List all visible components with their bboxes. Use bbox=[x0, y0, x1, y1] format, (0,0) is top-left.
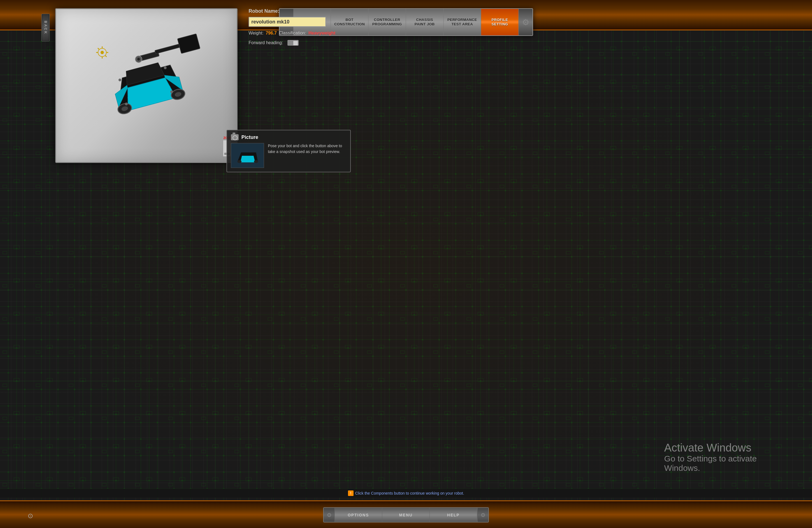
bottom-nav-options[interactable]: OPTIONS bbox=[335, 508, 382, 522]
nav-gear-right-icon: ⚙ bbox=[519, 9, 533, 35]
bottom-nav-help-label: HELP bbox=[447, 513, 460, 517]
svg-line-41 bbox=[98, 48, 99, 49]
classification-value: Heavyweight bbox=[308, 31, 336, 35]
bottom-indicator: ⊙ bbox=[28, 512, 33, 520]
viewport-panel[interactable]: ZOOM bbox=[55, 8, 237, 163]
status-icon: ! bbox=[348, 490, 353, 496]
tab-profile-setting[interactable]: PROFILESETTING bbox=[481, 9, 519, 35]
bottom-nav-menu-label: MENU bbox=[399, 513, 412, 517]
svg-rect-21 bbox=[155, 43, 183, 54]
back-label: BACK bbox=[44, 21, 47, 35]
settings-panel: Robot Name: Weight: 796.7 Classification… bbox=[249, 8, 387, 51]
camera-icon bbox=[231, 134, 238, 140]
status-bar: ! Click the Components button to continu… bbox=[0, 489, 812, 498]
back-button[interactable]: BACK bbox=[41, 14, 50, 41]
svg-point-31 bbox=[118, 78, 121, 82]
bottom-nav-gear-left: ⚙ bbox=[324, 508, 335, 522]
classification-label: Classification: bbox=[279, 31, 306, 35]
bottom-nav-menu[interactable]: MENU bbox=[382, 508, 430, 522]
activate-windows-watermark: Activate Windows Go to Settings to activ… bbox=[664, 442, 757, 473]
picture-title: Picture bbox=[242, 134, 258, 140]
heading-label: Forward heading: bbox=[249, 40, 283, 45]
tab-chassis-paint-job-label: CHASSISPAINT JOB bbox=[415, 18, 435, 26]
heading-row: Forward heading: bbox=[249, 40, 387, 46]
tab-chassis-paint-job[interactable]: CHASSISPAINT JOB bbox=[406, 9, 444, 35]
tab-performance-test-area[interactable]: PERFORMANCETEST AREA bbox=[444, 9, 481, 35]
robot-name-label: Robot Name: bbox=[249, 8, 387, 14]
viewport-inner: ZOOM bbox=[56, 9, 237, 162]
picture-description: Pose your bot and click the button above… bbox=[268, 143, 346, 155]
activate-windows-title: Activate Windows bbox=[664, 442, 757, 454]
robot-preview bbox=[77, 30, 215, 141]
heading-toggle[interactable] bbox=[288, 40, 299, 46]
robot-name-input[interactable] bbox=[249, 17, 326, 27]
tab-performance-test-area-label: PERFORMANCETEST AREA bbox=[447, 18, 477, 26]
svg-rect-22 bbox=[178, 34, 200, 53]
weight-value: 796.7 bbox=[266, 31, 277, 35]
tab-profile-setting-label: PROFILESETTING bbox=[492, 18, 508, 26]
stats-row: Weight: 796.7 Classification: Heavyweigh… bbox=[249, 31, 387, 35]
bottom-nav-gear-right: ⚙ bbox=[477, 508, 488, 522]
svg-point-46 bbox=[237, 160, 242, 163]
picture-header: Picture bbox=[231, 134, 346, 140]
svg-point-36 bbox=[101, 51, 104, 54]
svg-point-47 bbox=[254, 160, 258, 163]
picture-thumbnail[interactable] bbox=[231, 143, 264, 168]
svg-marker-45 bbox=[240, 156, 255, 162]
bottom-nav: ⚙ OPTIONS MENU HELP ⚙ bbox=[323, 507, 489, 523]
activate-windows-subtitle: Go to Settings to activateWindows. bbox=[664, 454, 757, 473]
picture-body: Pose your bot and click the button above… bbox=[231, 143, 346, 168]
bottom-nav-options-label: OPTIONS bbox=[348, 513, 369, 517]
picture-panel: Picture Pose your bot and click the butt… bbox=[227, 130, 351, 172]
status-message: Click the Components button to continue … bbox=[355, 491, 464, 495]
weight-label: Weight: bbox=[249, 31, 263, 35]
bottom-nav-help[interactable]: HELP bbox=[430, 508, 477, 522]
svg-line-42 bbox=[105, 56, 106, 57]
